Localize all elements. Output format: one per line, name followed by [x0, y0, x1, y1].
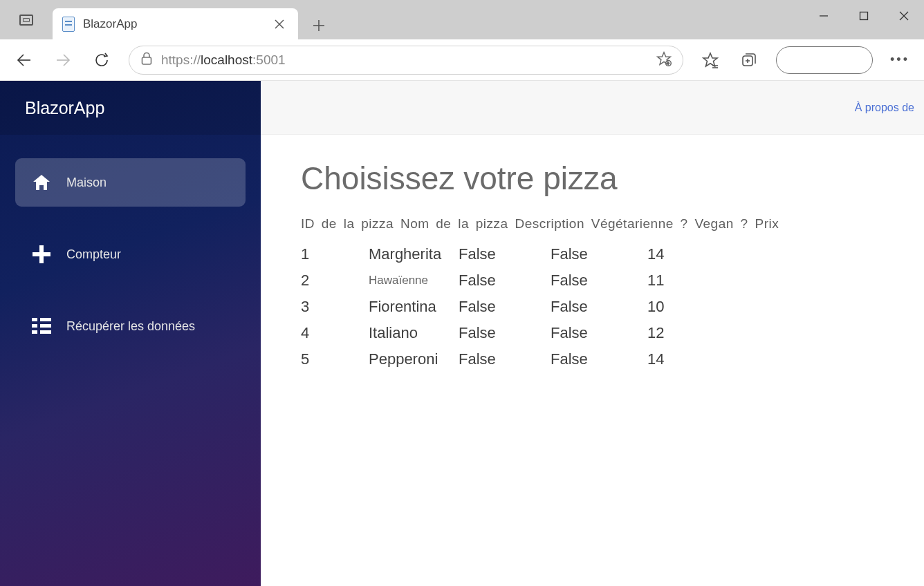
cell-veg: False [459, 241, 551, 267]
cell-name: Pepperoni [369, 346, 459, 372]
collections-button[interactable] [737, 48, 761, 72]
arrow-right-icon [54, 51, 72, 69]
tab-overview-button[interactable] [0, 0, 53, 39]
cell-vegan: False [551, 346, 647, 372]
sidebar-item-home[interactable]: Maison [15, 158, 246, 207]
cell-name: Margherita [369, 241, 459, 267]
sidebar: BlazorApp Maison Compteur Récupérer les … [0, 81, 261, 586]
col-id: ID de la pizza [301, 216, 394, 231]
cell-price: 12 [647, 320, 689, 346]
cell-price: 14 [647, 346, 689, 372]
col-vegan: Vegan ? [694, 216, 748, 231]
cell-price: 10 [647, 294, 689, 320]
window-close-button[interactable] [884, 0, 924, 31]
cell-veg: False [459, 346, 551, 372]
plus-icon [313, 19, 325, 32]
more-menu-button[interactable]: ••• [888, 48, 912, 72]
svg-rect-10 [142, 57, 151, 64]
tab-close-button[interactable] [270, 15, 288, 33]
cell-veg: False [459, 294, 551, 320]
app: BlazorApp Maison Compteur Récupérer les … [0, 81, 924, 586]
collections-icon [741, 52, 757, 68]
titlebar: BlazorApp [0, 0, 924, 39]
col-desc: Description [515, 216, 584, 231]
nav-refresh-button[interactable] [90, 48, 113, 72]
url-host: localhost [201, 53, 252, 67]
star-lines-icon [702, 52, 719, 68]
tab-favicon-icon [62, 17, 75, 32]
col-name: Nom de la pizza [400, 216, 508, 231]
tab-overview-icon [19, 15, 33, 26]
url-port: :5001 [252, 53, 286, 67]
svg-rect-5 [860, 12, 868, 19]
cell-vegan: False [551, 241, 647, 267]
cell-id: 2 [301, 267, 369, 294]
browser-tab[interactable]: BlazorApp [53, 8, 298, 39]
col-price: Prix [755, 216, 779, 231]
table-row: 3FiorentinaFalseFalse10 [301, 294, 689, 320]
table-row: 1MargheritaFalseFalse14 [301, 241, 689, 267]
table-row: 5PepperoniFalseFalse14 [301, 346, 689, 372]
page-title: Choisissez votre pizza [301, 160, 924, 197]
cell-id: 4 [301, 320, 369, 346]
top-strip: À propos de [261, 81, 924, 135]
cell-vegan: False [551, 294, 647, 320]
sidebar-item-fetchdata[interactable]: Récupérer les données [15, 302, 246, 350]
sidebar-item-label: Récupérer les données [66, 319, 195, 334]
close-icon [275, 19, 284, 29]
lock-icon [140, 52, 153, 68]
cell-vegan: False [551, 320, 647, 346]
maximize-icon [859, 11, 869, 21]
cell-veg: False [459, 267, 551, 294]
browser-toolbar: https://localhost:5001 ••• [0, 39, 924, 81]
cell-name: Italiano [369, 320, 459, 346]
sidebar-nav: Maison Compteur Récupérer les données [0, 135, 261, 350]
profile-button[interactable] [776, 46, 873, 74]
cell-id: 1 [301, 241, 369, 267]
plus-icon [32, 245, 51, 264]
cell-price: 14 [647, 241, 689, 267]
window-maximize-button[interactable] [844, 0, 884, 31]
nav-forward-button[interactable] [51, 48, 75, 72]
cell-price: 11 [647, 267, 689, 294]
cell-name: Fiorentina [369, 294, 459, 320]
favorites-button[interactable] [699, 48, 722, 72]
add-favorite-button[interactable] [656, 51, 672, 69]
home-icon [32, 173, 51, 192]
svg-marker-15 [703, 53, 717, 66]
main: Choisissez votre pizza ID de la pizza No… [261, 135, 924, 372]
refresh-icon [93, 52, 110, 68]
tab-title: BlazorApp [83, 17, 262, 31]
table-row: 4ItalianoFalseFalse12 [301, 320, 689, 346]
star-plus-icon [656, 51, 672, 66]
url-scheme: https:// [161, 53, 201, 67]
sidebar-item-counter[interactable]: Compteur [15, 230, 246, 278]
table-header: ID de la pizza Nom de la pizza Descripti… [301, 216, 924, 231]
list-icon [32, 316, 51, 336]
window-minimize-button[interactable] [804, 0, 844, 31]
new-tab-button[interactable] [305, 12, 333, 39]
nav-back-button[interactable] [12, 48, 36, 72]
table-row: 2HawaïenneFalseFalse11 [301, 267, 689, 294]
content: À propos de Choisissez votre pizza ID de… [261, 81, 924, 586]
brand-text: BlazorApp [25, 98, 104, 118]
brand: BlazorApp [0, 81, 261, 135]
col-veg: Végétarienne ? [591, 216, 688, 231]
arrow-left-icon [15, 51, 33, 69]
address-bar[interactable]: https://localhost:5001 [129, 46, 683, 75]
pizza-table: 1MargheritaFalseFalse142HawaïenneFalseFa… [301, 241, 689, 372]
about-link[interactable]: À propos de [855, 102, 914, 114]
sidebar-item-label: Compteur [66, 247, 121, 262]
cell-veg: False [459, 320, 551, 346]
cell-id: 3 [301, 294, 369, 320]
close-icon [899, 11, 909, 21]
browser-chrome: BlazorApp https://loca [0, 0, 924, 81]
cell-vegan: False [551, 267, 647, 294]
url-text: https://localhost:5001 [161, 53, 286, 68]
cell-id: 5 [301, 346, 369, 372]
window-controls [804, 0, 924, 31]
sidebar-item-label: Maison [66, 176, 107, 190]
minimize-icon [819, 11, 829, 21]
cell-name: Hawaïenne [369, 267, 459, 294]
